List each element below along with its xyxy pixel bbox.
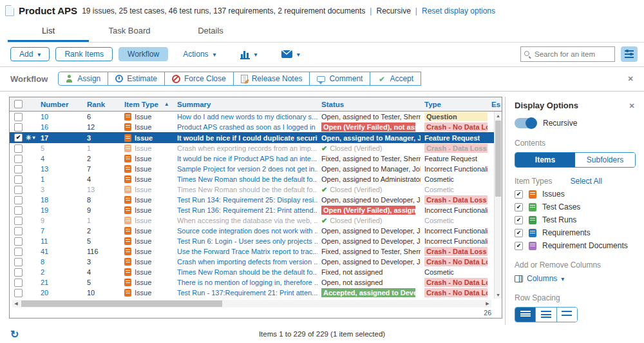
search-input[interactable] bbox=[533, 50, 612, 59]
item-number-link[interactable]: 19 bbox=[41, 206, 48, 214]
recursive-toggle[interactable] bbox=[515, 118, 536, 128]
workflow-action-button[interactable]: Comment bbox=[310, 72, 370, 86]
column-header[interactable]: Item Type ▲ bbox=[120, 101, 173, 108]
column-header[interactable]: Type bbox=[421, 101, 488, 108]
item-summary-link[interactable]: Crash when importing defects from versio… bbox=[177, 258, 317, 266]
item-number-link[interactable]: 1 bbox=[41, 175, 44, 183]
row-checkbox[interactable] bbox=[14, 123, 23, 132]
item-summary-link[interactable]: Test Run 6: Login - User sees only proje… bbox=[177, 237, 317, 245]
contents-option-button[interactable]: Subfolders bbox=[575, 153, 635, 167]
table-row[interactable]: 17 3 Issue It would be nice if I could d… bbox=[10, 132, 502, 143]
vertical-scrollbar[interactable]: ▲ ▼ bbox=[494, 112, 502, 299]
scroll-left-icon[interactable]: ◀ bbox=[12, 300, 20, 308]
horizontal-scroll-thumb[interactable] bbox=[21, 300, 222, 307]
table-row[interactable]: 11 5 Issue Test Run 6: Login - User sees… bbox=[10, 236, 502, 246]
table-row[interactable]: 9 1 Issue When accessing the database vi… bbox=[10, 215, 502, 226]
close-icon[interactable] bbox=[626, 74, 635, 83]
row-checkbox[interactable] bbox=[14, 144, 23, 153]
item-type-checkbox[interactable] bbox=[515, 229, 523, 237]
column-header[interactable]: Summary bbox=[173, 101, 317, 108]
rank-items-button[interactable]: Rank Items bbox=[55, 47, 113, 61]
row-checkbox[interactable] bbox=[14, 175, 23, 184]
item-summary-link[interactable]: When accessing the database via the web,… bbox=[177, 217, 317, 224]
column-header[interactable]: Rank bbox=[83, 101, 120, 108]
item-number-link[interactable]: 16 bbox=[41, 123, 48, 131]
workflow-action-button[interactable]: Release Notes bbox=[234, 72, 310, 86]
row-checkbox[interactable] bbox=[14, 248, 23, 256]
item-summary-link[interactable]: Sample Project for version 2 does not ge… bbox=[177, 165, 317, 173]
table-row[interactable]: 21 5 Issue There is no mention of loggin… bbox=[10, 277, 502, 288]
item-number-link[interactable]: 10 bbox=[41, 113, 48, 121]
item-number-link[interactable]: 4 bbox=[41, 155, 44, 162]
vertical-scroll-thumb[interactable] bbox=[495, 121, 501, 197]
table-row[interactable]: 4 2 Issue It would be nice if Product AP… bbox=[10, 153, 502, 164]
table-row[interactable]: 19 9 Issue Test Run 136: Requirement 21:… bbox=[10, 205, 502, 215]
column-header[interactable]: Number bbox=[37, 101, 83, 108]
row-checkbox[interactable] bbox=[14, 258, 23, 266]
row-spacing-relaxed-button[interactable] bbox=[556, 308, 577, 322]
table-row[interactable]: 8 3 Issue Crash when importing defects f… bbox=[10, 257, 502, 267]
table-row[interactable]: 7 2 Issue Source code integration does n… bbox=[10, 226, 502, 236]
item-summary-link[interactable]: Crash when exporting records from an imp… bbox=[177, 144, 317, 152]
row-checkbox[interactable] bbox=[14, 196, 23, 204]
table-row[interactable]: 41 116 Issue Use the Forward Trace Matri… bbox=[10, 246, 502, 257]
item-number-link[interactable]: 13 bbox=[41, 165, 48, 173]
tab[interactable]: List bbox=[8, 20, 89, 42]
tab[interactable]: Details bbox=[170, 20, 251, 42]
table-row[interactable]: 2 4 Issue Times New Roman should be the … bbox=[10, 267, 502, 277]
workflow-action-button[interactable]: Force Close bbox=[165, 72, 234, 86]
row-checkbox[interactable] bbox=[14, 113, 23, 121]
item-summary-link[interactable]: Times New Roman should be the default fo… bbox=[177, 175, 317, 183]
scroll-right-icon[interactable]: ▶ bbox=[484, 300, 491, 308]
reset-display-options-link[interactable]: Reset display options bbox=[422, 6, 495, 15]
item-summary-link[interactable]: Times New Roman should be the default fo… bbox=[177, 186, 317, 193]
row-checkbox[interactable] bbox=[14, 268, 23, 277]
contents-option-button[interactable]: Items bbox=[515, 153, 575, 167]
scroll-up-icon[interactable]: ▲ bbox=[495, 112, 502, 119]
columns-button[interactable]: Columns bbox=[515, 274, 564, 283]
item-summary-link[interactable]: Source code integration does not work wi… bbox=[177, 227, 317, 235]
item-number-link[interactable]: 11 bbox=[41, 237, 48, 245]
item-number-link[interactable]: 5 bbox=[41, 144, 44, 152]
actions-button[interactable]: Actions bbox=[174, 47, 225, 61]
row-checkbox[interactable] bbox=[14, 289, 23, 297]
item-summary-link[interactable]: Times New Roman should be the default fo… bbox=[177, 268, 317, 276]
item-summary-link[interactable]: Test Run 136: Requirement 21: Print atte… bbox=[177, 206, 317, 214]
item-number-link[interactable]: 8 bbox=[41, 258, 44, 266]
row-spacing-compact-button[interactable] bbox=[515, 308, 535, 322]
row-checkbox[interactable] bbox=[14, 133, 23, 142]
row-checkbox[interactable] bbox=[14, 165, 23, 173]
row-checkbox[interactable] bbox=[14, 206, 23, 215]
item-type-checkbox[interactable] bbox=[515, 190, 523, 199]
table-row[interactable]: 18 8 Issue Test Run 134: Requirement 25:… bbox=[10, 195, 502, 205]
scroll-down-icon[interactable]: ▼ bbox=[495, 291, 502, 299]
add-button[interactable]: Add bbox=[10, 47, 50, 61]
horizontal-scrollbar[interactable]: ◀ ▶ bbox=[12, 300, 491, 308]
workflow-action-button[interactable]: Accept bbox=[370, 72, 421, 86]
item-type-checkbox[interactable] bbox=[515, 203, 523, 211]
item-number-link[interactable]: 9 bbox=[41, 217, 44, 224]
table-row[interactable]: 20 10 Issue Test Run - 137:Requirement 2… bbox=[10, 288, 502, 298]
column-header[interactable]: Es bbox=[488, 101, 502, 108]
item-number-link[interactable]: 18 bbox=[41, 196, 48, 204]
item-number-link[interactable]: 3 bbox=[41, 186, 44, 193]
row-checkbox[interactable] bbox=[14, 217, 23, 225]
item-type-checkbox[interactable] bbox=[515, 216, 523, 224]
item-number-link[interactable]: 17 bbox=[41, 134, 48, 142]
table-row[interactable]: 1 4 Issue Times New Roman should be the … bbox=[10, 174, 502, 184]
item-summary-link[interactable]: How do I add new words to my dictionary … bbox=[177, 113, 317, 121]
item-number-link[interactable]: 21 bbox=[41, 279, 48, 286]
row-checkbox[interactable] bbox=[14, 237, 23, 246]
item-summary-link[interactable]: Use the Forward Trace Matrix report to t… bbox=[177, 248, 317, 255]
item-number-link[interactable]: 2 bbox=[41, 268, 44, 276]
panel-close-icon[interactable] bbox=[627, 101, 636, 110]
table-row[interactable]: 10 6 Issue How do I add new words to my … bbox=[10, 112, 502, 122]
workflow-button[interactable]: Workflow bbox=[118, 47, 168, 61]
item-summary-link[interactable]: Test Run - 137:Requirement 21: Print att… bbox=[177, 289, 317, 297]
select-all-link[interactable]: Select All bbox=[570, 177, 601, 186]
gear-icon[interactable] bbox=[26, 135, 35, 141]
select-all-checkbox[interactable] bbox=[14, 100, 23, 108]
workflow-action-button[interactable]: Assign bbox=[58, 72, 108, 86]
table-row[interactable]: 16 12 Issue Product APS crashed as soon … bbox=[10, 122, 502, 132]
table-row[interactable]: 5 1 Issue Crash when exporting records f… bbox=[10, 143, 502, 153]
